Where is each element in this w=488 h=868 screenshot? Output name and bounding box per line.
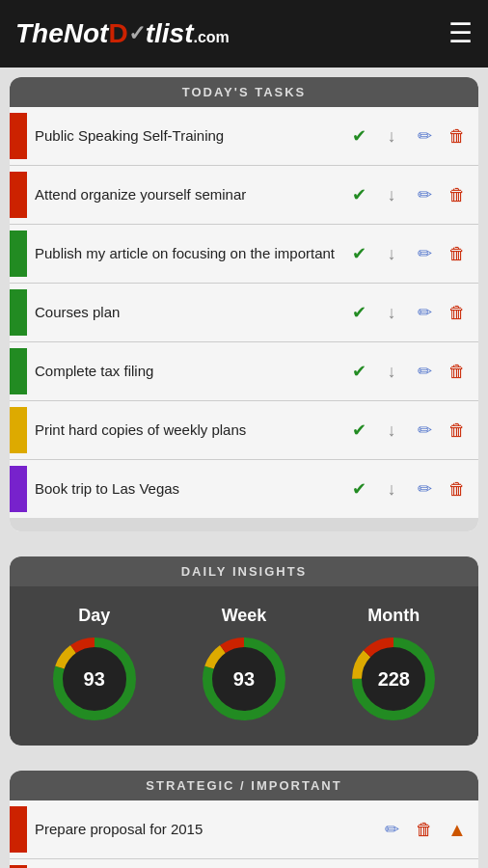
strategic-item: Project Escape approval discussions ✏ 🗑 … — [10, 859, 478, 868]
daily-insights-card: DAILY INSIGHTS Day 93 Week 93 Month 228 — [10, 556, 478, 746]
task-actions: ✔ ↓ ✏ 🗑 — [345, 125, 471, 147]
task-color-bar — [10, 231, 27, 277]
insight-label: Month — [367, 606, 420, 626]
insight-item: Month 228 — [350, 606, 437, 722]
donut-chart: 93 — [201, 636, 287, 722]
task-edit-button[interactable]: ✏ — [411, 420, 438, 441]
task-actions: ✔ ↓ ✏ 🗑 — [345, 302, 471, 323]
strategic-actions: ✏ 🗑 ▲ — [378, 819, 471, 841]
task-item: Public Speaking Self-Training ✔ ↓ ✏ 🗑 — [10, 107, 478, 166]
todays-tasks-header: TODAY'S TASKS — [10, 77, 478, 107]
task-text: Attend organize yourself seminar — [27, 185, 345, 204]
task-complete-button[interactable]: ✔ — [345, 361, 372, 382]
insight-item: Day 93 — [51, 606, 138, 722]
task-edit-button[interactable]: ✏ — [411, 125, 438, 147]
task-edit-button[interactable]: ✏ — [411, 302, 438, 323]
task-item: Courses plan ✔ ↓ ✏ 🗑 — [10, 284, 478, 342]
strategic-list: Prepare proposal for 2015 ✏ 🗑 ▲ Project … — [10, 800, 478, 868]
task-color-bar — [10, 289, 27, 336]
task-item: Print hard copies of weekly plans ✔ ↓ ✏ … — [10, 401, 478, 460]
task-item: Attend organize yourself seminar ✔ ↓ ✏ 🗑 — [10, 166, 478, 225]
strategic-section: STRATEGIC / IMPORTANT Prepare proposal f… — [0, 761, 488, 868]
logo-text-suffix: tlist — [146, 18, 194, 48]
donut-value: 93 — [233, 668, 255, 691]
donut-chart: 93 — [51, 636, 138, 722]
task-actions: ✔ ↓ ✏ 🗑 — [345, 420, 471, 441]
task-list: Public Speaking Self-Training ✔ ↓ ✏ 🗑 At… — [10, 107, 478, 518]
task-complete-button[interactable]: ✔ — [345, 478, 372, 500]
task-move-down-button[interactable]: ↓ — [378, 185, 405, 205]
daily-insights-header: DAILY INSIGHTS — [10, 556, 478, 586]
task-complete-button[interactable]: ✔ — [345, 420, 372, 441]
hamburger-menu-button[interactable]: ☰ — [448, 20, 473, 47]
task-move-down-button[interactable]: ↓ — [378, 126, 405, 147]
task-item: Book trip to Las Vegas ✔ ↓ ✏ 🗑 — [10, 460, 478, 518]
task-item: Complete tax filing ✔ ↓ ✏ 🗑 — [10, 342, 478, 401]
insights-body: Day 93 Week 93 Month 228 — [10, 586, 478, 746]
task-actions: ✔ ↓ ✏ 🗑 — [345, 361, 471, 382]
task-text: Public Speaking Self-Training — [27, 126, 345, 146]
strategic-text: Prepare proposal for 2015 — [27, 820, 378, 839]
task-text: Publish my article on focusing on the im… — [27, 244, 345, 263]
logo-dot: D — [108, 18, 127, 48]
logo-com: .com — [193, 29, 229, 45]
task-color-bar — [10, 466, 27, 512]
daily-insights-section: DAILY INSIGHTS Day 93 Week 93 Month 228 — [0, 547, 488, 755]
strategic-header: STRATEGIC / IMPORTANT — [10, 771, 478, 800]
task-text: Print hard copies of weekly plans — [27, 420, 345, 440]
donut-value: 228 — [378, 668, 410, 691]
task-move-down-button[interactable]: ↓ — [378, 362, 405, 382]
task-actions: ✔ ↓ ✏ 🗑 — [345, 478, 471, 500]
task-delete-button[interactable]: 🗑 — [444, 420, 471, 441]
task-move-down-button[interactable]: ↓ — [378, 479, 405, 500]
task-edit-button[interactable]: ✏ — [411, 184, 438, 205]
insight-label: Week — [222, 606, 267, 626]
logo-check-icon: ✓ — [128, 21, 146, 45]
strategic-card: STRATEGIC / IMPORTANT Prepare proposal f… — [10, 771, 478, 868]
tasks-footer — [10, 518, 478, 531]
task-move-down-button[interactable]: ↓ — [378, 303, 405, 323]
strategic-delete-button[interactable]: 🗑 — [411, 820, 438, 840]
task-delete-button[interactable]: 🗑 — [444, 479, 471, 500]
task-actions: ✔ ↓ ✏ 🗑 — [345, 184, 471, 205]
task-complete-button[interactable]: ✔ — [345, 302, 372, 323]
task-delete-button[interactable]: 🗑 — [444, 362, 471, 382]
task-edit-button[interactable]: ✏ — [411, 361, 438, 382]
task-color-bar — [10, 172, 27, 218]
task-move-down-button[interactable]: ↓ — [378, 420, 405, 441]
task-delete-button[interactable]: 🗑 — [444, 303, 471, 323]
task-actions: ✔ ↓ ✏ 🗑 — [345, 243, 471, 264]
insight-item: Week 93 — [201, 606, 287, 722]
task-delete-button[interactable]: 🗑 — [444, 185, 471, 205]
task-complete-button[interactable]: ✔ — [345, 125, 372, 147]
task-delete-button[interactable]: 🗑 — [444, 244, 471, 264]
strategic-up-button[interactable]: ▲ — [444, 819, 471, 841]
task-color-bar — [10, 407, 27, 453]
todays-tasks-card: TODAY'S TASKS Public Speaking Self-Train… — [10, 77, 478, 531]
task-text: Book trip to Las Vegas — [27, 479, 345, 499]
logo-text-prefix: TheNot — [15, 18, 108, 48]
insight-label: Day — [78, 606, 110, 626]
app-logo: TheNotD✓tlist.com — [15, 18, 230, 49]
strategic-edit-button[interactable]: ✏ — [378, 819, 405, 840]
task-color-bar — [10, 348, 27, 394]
task-text: Complete tax filing — [27, 362, 345, 381]
task-item: Publish my article on focusing on the im… — [10, 225, 478, 284]
donut-value: 93 — [84, 668, 105, 691]
task-move-down-button[interactable]: ↓ — [378, 244, 405, 264]
task-edit-button[interactable]: ✏ — [411, 478, 438, 500]
strategic-color-bar — [10, 806, 27, 853]
task-complete-button[interactable]: ✔ — [345, 184, 372, 205]
strategic-item: Prepare proposal for 2015 ✏ 🗑 ▲ — [10, 800, 478, 859]
task-text: Courses plan — [27, 303, 345, 322]
task-complete-button[interactable]: ✔ — [345, 243, 372, 264]
task-delete-button[interactable]: 🗑 — [444, 126, 471, 147]
app-header: TheNotD✓tlist.com ☰ — [0, 0, 488, 68]
todays-tasks-section: TODAY'S TASKS Public Speaking Self-Train… — [0, 68, 488, 541]
task-color-bar — [10, 113, 27, 159]
donut-chart: 228 — [350, 636, 437, 722]
task-edit-button[interactable]: ✏ — [411, 243, 438, 264]
